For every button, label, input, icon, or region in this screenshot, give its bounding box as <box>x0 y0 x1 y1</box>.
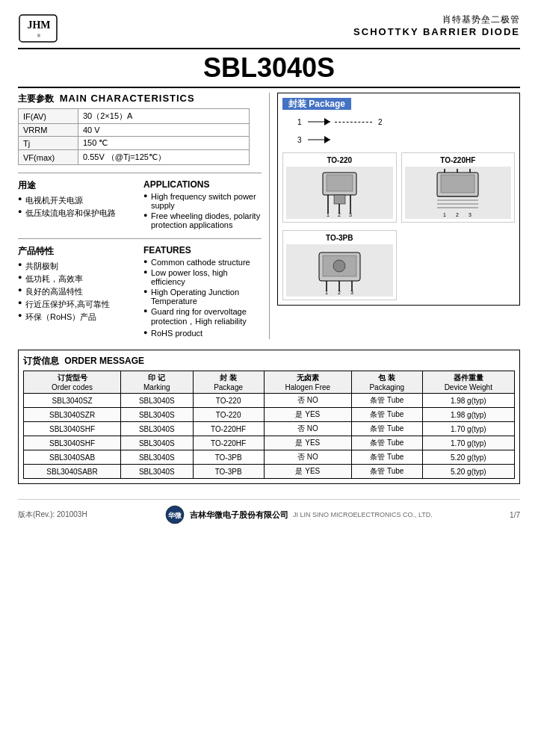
feat-cn-title: 产品特性 <box>18 246 54 256</box>
feat-right-item: Common cathode structure <box>143 258 262 267</box>
header: JHM ® 肖特基势垒二极管 SCHOTTKY BARRIER DIODE <box>18 13 520 49</box>
order-row: SBL3040SHF SBL3040S TO-220HF 否 NO 条管 Tub… <box>24 422 515 436</box>
header-english: SCHOTTKY BARRIER DIODE <box>353 26 520 37</box>
product-title: SBL3040S <box>18 52 520 88</box>
footer-page: 1/7 <box>510 511 520 519</box>
features-left: 产品特性 共阴极制低功耗，高效率良好的高温特性行近压保护环,高可靠性环保（RoH… <box>18 245 136 339</box>
order-row: SBL3040SZ SBL3040S TO-220 否 NO 条管 Tube 1… <box>24 394 515 408</box>
app-en-title: APPLICATIONS <box>143 179 262 190</box>
left-column: 主要参数 MAIN CHARACTERISTICS IF(AV)30（2×15）… <box>18 93 269 339</box>
order-weight: 1.98 g(typ) <box>422 394 514 408</box>
svg-text:3: 3 <box>469 212 471 217</box>
char-value: 40 V <box>78 124 250 137</box>
footer-revision: 版本(Rev.): 201003H <box>18 509 87 520</box>
svg-text:2: 2 <box>338 290 341 295</box>
feat-right-item: High Operating Junction Temperature <box>143 288 262 306</box>
order-package: TO-220HF <box>193 422 264 436</box>
features-section: 产品特性 共阴极制低功耗，高效率良好的高温特性行近压保护环,高可靠性环保（RoH… <box>18 245 262 339</box>
char-value: 30（2×15）A <box>78 109 250 124</box>
order-code: SBL3040SABR <box>24 465 121 479</box>
order-package: TO-3PB <box>193 465 264 479</box>
char-row: VF(max)0.55V （@Tj=125℃） <box>19 150 250 165</box>
order-marking: SBL3040S <box>121 408 193 422</box>
svg-text:®: ® <box>37 34 41 38</box>
order-weight: 5.20 g(typ) <box>422 465 514 479</box>
char-value: 0.55V （@Tj=125℃） <box>78 150 250 165</box>
order-row: SBL3040SAB SBL3040S TO-3PB 否 NO 条管 Tube … <box>24 450 515 465</box>
svg-rect-5 <box>334 195 345 204</box>
order-package: TO-3PB <box>193 450 264 465</box>
col-marking: 印 记Marking <box>121 371 193 394</box>
feat-en-title: FEATURES <box>143 245 262 255</box>
order-row: SBL3040SHF SBL3040S TO-220HF 是 YES 条管 Tu… <box>24 436 515 450</box>
package-title: 封装 Package <box>282 98 515 111</box>
page: JHM ® 肖特基势垒二极管 SCHOTTKY BARRIER DIODE SB… <box>0 0 538 756</box>
svg-text:2: 2 <box>456 212 459 217</box>
feat-right-item: RoHS product <box>143 329 262 338</box>
order-packaging: 条管 Tube <box>352 422 423 436</box>
order-halogen: 否 NO <box>264 422 351 436</box>
svg-point-26 <box>333 260 345 272</box>
svg-text:1: 1 <box>325 290 328 295</box>
pin-3: 3 <box>297 134 330 145</box>
order-weight: 1.98 g(typ) <box>422 408 514 422</box>
order-halogen: 否 NO <box>264 450 351 465</box>
right-column: 封装 Package 1 2 <box>269 93 520 339</box>
char-param: IF(AV) <box>19 109 78 124</box>
company-logo: JHM ® <box>18 13 63 43</box>
order-title: 订货信息 ORDER MESSAGE <box>23 355 515 368</box>
package-label: 封装 Package <box>282 98 351 110</box>
svg-text:1: 1 <box>327 212 330 217</box>
order-package: TO-220HF <box>193 436 264 450</box>
char-value: 150 ℃ <box>78 137 250 150</box>
footer-center: 华微 吉林华微电子股份有限公司 JI LIN SINO MICROELECTRO… <box>164 504 433 525</box>
features-right: FEATURES Common cathode structureLow pow… <box>143 245 262 339</box>
char-param: VF(max) <box>19 150 78 165</box>
order-packaging: 条管 Tube <box>352 436 423 450</box>
applications-section: 用途 电视机开关电源低压续流电容和保护电路 APPLICATIONS High … <box>18 179 262 231</box>
order-marking: SBL3040S <box>121 436 193 450</box>
pkg-to220: TO-220 <box>282 152 397 223</box>
order-packaging: 条管 Tube <box>352 450 423 465</box>
order-code: SBL3040SHF <box>24 422 121 436</box>
svg-text:3: 3 <box>350 290 353 295</box>
order-halogen: 否 NO <box>264 394 351 408</box>
order-packaging: 条管 Tube <box>352 394 423 408</box>
package-images: TO-220 <box>282 152 515 300</box>
footer-company-en: JI LIN SINO MICROELECTRONICS CO., LTD. <box>293 511 433 518</box>
order-weight: 1.70 g(typ) <box>422 422 514 436</box>
order-marking: SBL3040S <box>121 465 193 479</box>
characteristics-table: IF(AV)30（2×15）AVRRM40 VTj150 ℃VF(max)0.5… <box>18 108 250 165</box>
col-order-codes: 订货型号Order codes <box>24 371 121 394</box>
pin-diagram: 1 2 3 <box>282 117 515 145</box>
order-code: SBL3040SAB <box>24 450 121 465</box>
order-halogen: 是 YES <box>264 465 351 479</box>
order-halogen: 是 YES <box>264 408 351 422</box>
pin-1: 1 2 <box>297 117 383 127</box>
order-marking: SBL3040S <box>121 394 193 408</box>
char-row: VRRM40 V <box>19 124 250 137</box>
app-right-item: High frequency switch power supply <box>143 192 262 210</box>
feat-left-item: 共阴极制 <box>18 261 136 272</box>
app-cn-title: 用途 <box>18 180 36 190</box>
header-right: 肖特基势垒二极管 SCHOTTKY BARRIER DIODE <box>353 13 520 37</box>
feat-left-item: 良好的高温特性 <box>18 286 136 297</box>
order-code: SBL3040SZ <box>24 394 121 408</box>
svg-text:3: 3 <box>349 212 352 217</box>
app-left: 用途 电视机开关电源低压续流电容和保护电路 <box>18 179 136 231</box>
order-marking: SBL3040S <box>121 450 193 465</box>
order-marking: SBL3040S <box>121 422 193 436</box>
svg-text:2: 2 <box>338 212 341 217</box>
order-header-row: 订货型号Order codes 印 记Marking 封 装Package 无卤… <box>24 371 515 394</box>
app-right: APPLICATIONS High frequency switch power… <box>143 179 262 231</box>
app-right-list: High frequency switch power supplyFree w… <box>143 192 262 229</box>
char-param: VRRM <box>19 124 78 137</box>
order-row: SBL3040SZR SBL3040S TO-220 是 YES 条管 Tube… <box>24 408 515 422</box>
order-package: TO-220 <box>193 394 264 408</box>
svg-text:华微: 华微 <box>167 512 182 519</box>
char-param: Tj <box>19 137 78 150</box>
order-weight: 5.20 g(typ) <box>422 450 514 465</box>
pkg-to3pb: TO-3PB 1 <box>282 230 397 300</box>
pkg-to220hf: TO-220HF <box>401 152 516 223</box>
footer-company: 吉林华微电子股份有限公司 <box>190 509 288 521</box>
